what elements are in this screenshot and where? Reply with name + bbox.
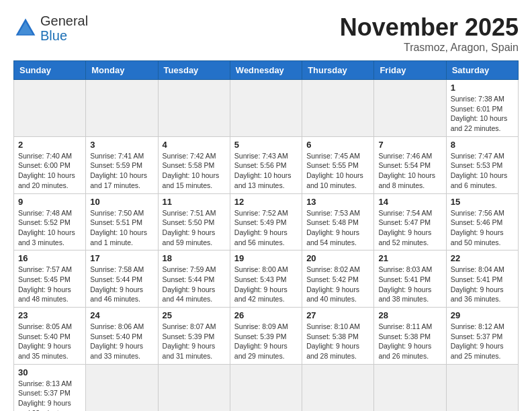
calendar-cell: 6Sunrise: 7:45 AM Sunset: 5:55 PM Daylig… xyxy=(302,136,374,193)
day-number: 29 xyxy=(451,310,514,320)
day-number: 25 xyxy=(163,310,226,320)
day-number: 10 xyxy=(90,197,153,207)
calendar-cell: 30Sunrise: 8:13 AM Sunset: 5:37 PM Dayli… xyxy=(14,364,86,411)
day-number: 22 xyxy=(451,253,514,263)
day-info: Sunrise: 7:59 AM Sunset: 5:44 PM Dayligh… xyxy=(163,265,226,304)
calendar-cell: 24Sunrise: 8:06 AM Sunset: 5:40 PM Dayli… xyxy=(86,308,158,365)
day-info: Sunrise: 8:13 AM Sunset: 5:37 PM Dayligh… xyxy=(18,379,81,411)
weekday-header-sunday: Sunday xyxy=(14,61,86,80)
logo-icon xyxy=(13,16,38,40)
calendar-cell: 27Sunrise: 8:10 AM Sunset: 5:38 PM Dayli… xyxy=(302,308,374,365)
calendar-week-row: 16Sunrise: 7:57 AM Sunset: 5:45 PM Dayli… xyxy=(14,250,519,308)
day-info: Sunrise: 7:46 AM Sunset: 5:54 PM Dayligh… xyxy=(378,151,441,191)
day-info: Sunrise: 7:52 AM Sunset: 5:49 PM Dayligh… xyxy=(234,208,298,248)
calendar-cell: 19Sunrise: 8:00 AM Sunset: 5:43 PM Dayli… xyxy=(230,250,302,308)
day-number: 16 xyxy=(18,253,81,263)
day-number: 1 xyxy=(451,83,514,93)
calendar-week-row: 9Sunrise: 7:48 AM Sunset: 5:52 PM Daylig… xyxy=(14,193,519,250)
calendar-cell: 15Sunrise: 7:56 AM Sunset: 5:46 PM Dayli… xyxy=(446,193,518,250)
day-number: 26 xyxy=(234,310,298,320)
day-info: Sunrise: 7:47 AM Sunset: 5:53 PM Dayligh… xyxy=(451,151,514,191)
day-number: 9 xyxy=(18,197,81,207)
weekday-header-thursday: Thursday xyxy=(302,61,374,80)
calendar-cell xyxy=(14,80,86,137)
day-number: 13 xyxy=(306,197,369,207)
calendar-cell xyxy=(86,364,158,411)
day-info: Sunrise: 8:12 AM Sunset: 5:37 PM Dayligh… xyxy=(451,322,514,361)
calendar-cell: 12Sunrise: 7:52 AM Sunset: 5:49 PM Dayli… xyxy=(230,193,302,250)
day-number: 5 xyxy=(234,140,298,150)
calendar-week-row: 1Sunrise: 7:38 AM Sunset: 6:01 PM Daylig… xyxy=(14,80,519,137)
day-info: Sunrise: 7:54 AM Sunset: 5:47 PM Dayligh… xyxy=(378,208,441,248)
weekday-header-wednesday: Wednesday xyxy=(230,61,302,80)
day-number: 3 xyxy=(90,140,153,150)
day-info: Sunrise: 7:48 AM Sunset: 5:52 PM Dayligh… xyxy=(18,208,81,248)
day-number: 19 xyxy=(234,253,298,263)
calendar-cell: 23Sunrise: 8:05 AM Sunset: 5:40 PM Dayli… xyxy=(14,308,86,365)
calendar-cell: 21Sunrise: 8:03 AM Sunset: 5:41 PM Dayli… xyxy=(374,250,446,308)
calendar-cell xyxy=(230,364,302,411)
month-title: November 2025 xyxy=(340,13,519,42)
calendar-week-row: 2Sunrise: 7:40 AM Sunset: 6:00 PM Daylig… xyxy=(14,136,519,193)
day-number: 18 xyxy=(163,253,226,263)
calendar-cell xyxy=(158,364,230,411)
day-number: 6 xyxy=(306,140,369,150)
page-header: GeneralBlue November 2025 Trasmoz, Arago… xyxy=(13,13,519,54)
calendar-cell: 10Sunrise: 7:50 AM Sunset: 5:51 PM Dayli… xyxy=(86,193,158,250)
day-info: Sunrise: 8:05 AM Sunset: 5:40 PM Dayligh… xyxy=(18,322,81,361)
day-info: Sunrise: 8:04 AM Sunset: 5:41 PM Dayligh… xyxy=(451,265,514,304)
day-number: 27 xyxy=(306,310,369,320)
weekday-header-friday: Friday xyxy=(374,61,446,80)
day-number: 8 xyxy=(451,140,514,150)
day-info: Sunrise: 7:42 AM Sunset: 5:58 PM Dayligh… xyxy=(163,151,226,191)
day-info: Sunrise: 7:40 AM Sunset: 6:00 PM Dayligh… xyxy=(18,151,81,191)
day-number: 30 xyxy=(18,367,81,377)
day-number: 14 xyxy=(378,197,441,207)
calendar-cell xyxy=(374,364,446,411)
weekday-header-row: SundayMondayTuesdayWednesdayThursdayFrid… xyxy=(14,61,519,80)
calendar-week-row: 30Sunrise: 8:13 AM Sunset: 5:37 PM Dayli… xyxy=(14,364,519,411)
day-number: 2 xyxy=(18,140,81,150)
calendar-cell: 1Sunrise: 7:38 AM Sunset: 6:01 PM Daylig… xyxy=(446,80,518,137)
calendar-cell: 4Sunrise: 7:42 AM Sunset: 5:58 PM Daylig… xyxy=(158,136,230,193)
day-info: Sunrise: 7:51 AM Sunset: 5:50 PM Dayligh… xyxy=(163,208,226,248)
day-number: 4 xyxy=(163,140,226,150)
calendar-cell xyxy=(446,364,518,411)
day-info: Sunrise: 8:06 AM Sunset: 5:40 PM Dayligh… xyxy=(90,322,153,361)
calendar-cell xyxy=(302,364,374,411)
logo: GeneralBlue xyxy=(13,13,88,43)
logo-text: GeneralBlue xyxy=(40,13,88,43)
day-info: Sunrise: 7:41 AM Sunset: 5:59 PM Dayligh… xyxy=(90,151,153,191)
day-info: Sunrise: 8:03 AM Sunset: 5:41 PM Dayligh… xyxy=(378,265,441,304)
day-info: Sunrise: 7:45 AM Sunset: 5:55 PM Dayligh… xyxy=(306,151,369,191)
title-block: November 2025 Trasmoz, Aragon, Spain xyxy=(340,13,519,54)
weekday-header-tuesday: Tuesday xyxy=(158,61,230,80)
day-info: Sunrise: 8:07 AM Sunset: 5:39 PM Dayligh… xyxy=(163,322,226,361)
calendar-cell: 9Sunrise: 7:48 AM Sunset: 5:52 PM Daylig… xyxy=(14,193,86,250)
calendar-cell xyxy=(158,80,230,137)
calendar-cell xyxy=(302,80,374,137)
calendar-cell: 5Sunrise: 7:43 AM Sunset: 5:56 PM Daylig… xyxy=(230,136,302,193)
day-number: 11 xyxy=(163,197,226,207)
day-info: Sunrise: 7:56 AM Sunset: 5:46 PM Dayligh… xyxy=(451,208,514,248)
day-number: 15 xyxy=(451,197,514,207)
calendar-cell: 3Sunrise: 7:41 AM Sunset: 5:59 PM Daylig… xyxy=(86,136,158,193)
calendar-week-row: 23Sunrise: 8:05 AM Sunset: 5:40 PM Dayli… xyxy=(14,308,519,365)
calendar-cell: 20Sunrise: 8:02 AM Sunset: 5:42 PM Dayli… xyxy=(302,250,374,308)
calendar-cell: 16Sunrise: 7:57 AM Sunset: 5:45 PM Dayli… xyxy=(14,250,86,308)
day-number: 12 xyxy=(234,197,298,207)
day-info: Sunrise: 7:38 AM Sunset: 6:01 PM Dayligh… xyxy=(451,94,514,134)
calendar-cell xyxy=(86,80,158,137)
day-number: 24 xyxy=(90,310,153,320)
day-number: 17 xyxy=(90,253,153,263)
day-info: Sunrise: 8:10 AM Sunset: 5:38 PM Dayligh… xyxy=(306,322,369,361)
calendar-cell: 13Sunrise: 7:53 AM Sunset: 5:48 PM Dayli… xyxy=(302,193,374,250)
calendar-cell: 14Sunrise: 7:54 AM Sunset: 5:47 PM Dayli… xyxy=(374,193,446,250)
weekday-header-monday: Monday xyxy=(86,61,158,80)
calendar-header: SundayMondayTuesdayWednesdayThursdayFrid… xyxy=(14,61,519,80)
day-number: 20 xyxy=(306,253,369,263)
weekday-header-saturday: Saturday xyxy=(446,61,518,80)
calendar-cell: 22Sunrise: 8:04 AM Sunset: 5:41 PM Dayli… xyxy=(446,250,518,308)
day-number: 7 xyxy=(378,140,441,150)
calendar-table: SundayMondayTuesdayWednesdayThursdayFrid… xyxy=(13,60,519,411)
